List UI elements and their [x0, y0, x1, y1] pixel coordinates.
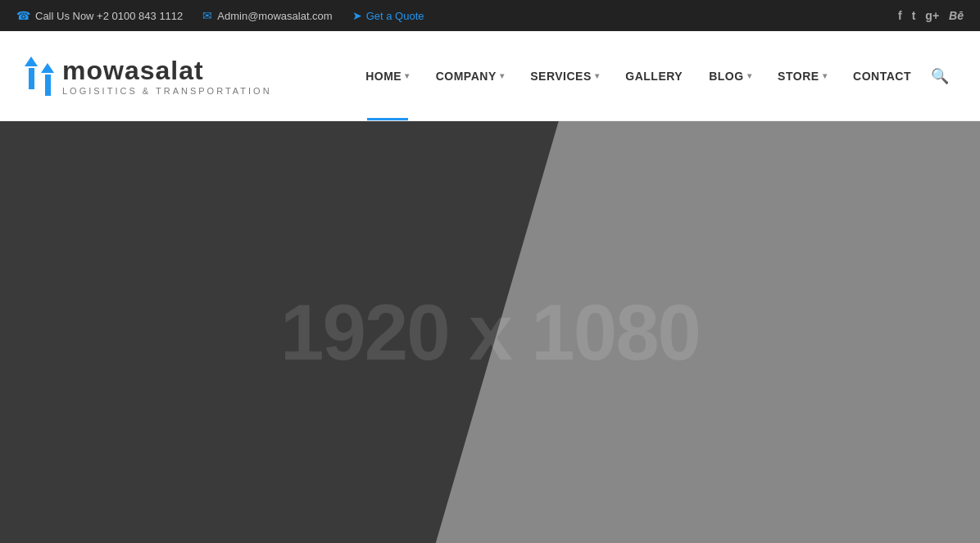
- hero-section: 1920 x 1080: [0, 121, 980, 543]
- arrow-up-left: [25, 57, 38, 66]
- logo-text: mowasalat LOGISITICS & TRANSPORTATION: [62, 56, 272, 96]
- nav-store-chevron: ▾: [823, 71, 828, 80]
- quote-icon: ➤: [352, 9, 362, 22]
- logo-name: mowasalat: [62, 56, 272, 86]
- nav-blog-label: BLOG: [709, 70, 743, 83]
- nav-company[interactable]: COMPANY ▾: [423, 31, 518, 120]
- top-bar-left: ☎ Call Us Now +2 0100 843 1112 ✉ Admin@m…: [16, 9, 424, 22]
- nav-gallery-label: GALLERY: [625, 70, 683, 83]
- nav-home[interactable]: HOME ▾: [352, 31, 423, 120]
- quote-label: Get a Quote: [366, 10, 424, 22]
- nav-blog-chevron: ▾: [747, 71, 752, 80]
- nav-services-chevron: ▾: [595, 71, 600, 80]
- behance-icon[interactable]: Bē: [949, 9, 964, 22]
- nav-services-label: SERVICES: [530, 70, 592, 83]
- main-nav: HOME ▾ COMPANY ▾ SERVICES ▾ GALLERY BLOG…: [352, 31, 955, 120]
- nav-home-chevron: ▾: [405, 71, 410, 80]
- nav-company-label: COMPANY: [436, 70, 497, 83]
- nav-services[interactable]: SERVICES ▾: [517, 31, 612, 120]
- nav-contact[interactable]: CONTACT: [840, 31, 924, 120]
- nav-gallery[interactable]: GALLERY: [612, 31, 696, 120]
- top-bar-right: f t g+ Bē: [898, 9, 964, 22]
- arrow-up-right: [41, 63, 54, 73]
- logo-arrows: [25, 57, 54, 96]
- hero-dimensions-text: 1920 x 1080: [0, 287, 980, 378]
- nav-blog[interactable]: BLOG ▾: [696, 31, 764, 120]
- email-icon: ✉: [202, 9, 212, 22]
- nav-store[interactable]: STORE ▾: [764, 31, 840, 120]
- phone-icon: ☎: [16, 9, 30, 22]
- logo-section: mowasalat LOGISITICS & TRANSPORTATION: [25, 56, 272, 96]
- header: mowasalat LOGISITICS & TRANSPORTATION HO…: [0, 31, 980, 121]
- arrow-body-right: [45, 75, 51, 96]
- arrow-body-left: [29, 68, 34, 89]
- googleplus-icon[interactable]: g+: [925, 9, 939, 22]
- logo-tagline: LOGISITICS & TRANSPORTATION: [62, 86, 272, 96]
- facebook-icon[interactable]: f: [898, 9, 902, 22]
- email-label: Admin@mowasalat.com: [217, 10, 332, 22]
- nav-contact-label: CONTACT: [853, 70, 911, 83]
- search-button[interactable]: 🔍: [924, 67, 955, 85]
- nav-company-chevron: ▾: [500, 71, 505, 80]
- email-link[interactable]: ✉ Admin@mowasalat.com: [202, 9, 332, 22]
- top-bar: ☎ Call Us Now +2 0100 843 1112 ✉ Admin@m…: [0, 0, 980, 31]
- phone-link[interactable]: ☎ Call Us Now +2 0100 843 1112: [16, 9, 183, 22]
- nav-home-label: HOME: [365, 70, 402, 83]
- nav-store-label: STORE: [778, 70, 819, 83]
- twitter-icon[interactable]: t: [912, 9, 916, 22]
- logo-arrow-right: [41, 63, 54, 96]
- phone-label: Call Us Now +2 0100 843 1112: [35, 10, 183, 22]
- logo-arrow-left: [25, 57, 38, 89]
- get-quote-link[interactable]: ➤ Get a Quote: [352, 9, 424, 22]
